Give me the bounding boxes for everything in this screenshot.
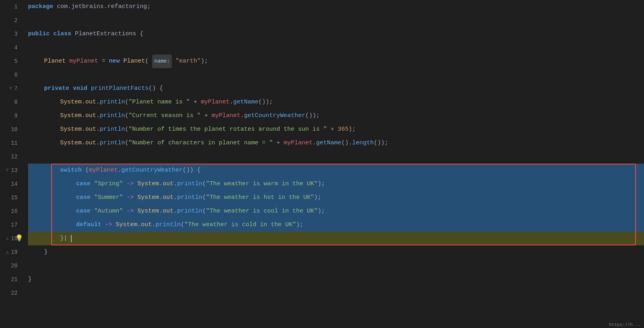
line-number-16: 16 <box>0 204 18 218</box>
line-number-9: 9 <box>0 109 18 123</box>
line-number-15: 15 <box>0 191 18 204</box>
code-line-3: public class PlanetExtractions { <box>28 27 644 41</box>
line-number-2: 2 <box>0 14 18 27</box>
line-number-6: 6 <box>0 68 18 82</box>
code-line-16: case "Autumn" -> System.out.println("The… <box>28 204 644 218</box>
code-line-4 <box>28 41 644 55</box>
code-line-18: 💡 }| <box>28 232 644 245</box>
line-number-7: ▽ 7 <box>0 82 18 95</box>
code-line-20 <box>28 259 644 273</box>
line-number-13: ▽ 13 <box>0 164 18 177</box>
fold-indicator-18[interactable]: △ <box>4 236 10 241</box>
line-number-17: 17 <box>0 218 18 232</box>
line-number-1: 1 <box>0 0 18 14</box>
code-line-1: package com.jetbrains.refactoring; <box>28 0 644 14</box>
code-line-21: } <box>28 273 644 286</box>
code-line-2 <box>28 14 644 27</box>
fold-indicator-7[interactable]: ▽ <box>8 86 14 91</box>
bulb-icon[interactable]: 💡 <box>15 232 23 245</box>
code-line-7: private void printPlanetFacts() { <box>28 82 644 95</box>
code-line-14: case "Spring" -> System.out.println("The… <box>28 177 644 191</box>
code-line-8: System.out.println("Planet name is " + m… <box>28 95 644 109</box>
line-number-3: 3 <box>0 27 18 41</box>
line-number-8: 8 <box>0 95 18 109</box>
code-line-22 <box>28 286 644 300</box>
code-line-6 <box>28 68 644 82</box>
code-line-17: default -> System.out.println("The weath… <box>28 218 644 232</box>
line-number-14: 14 <box>0 177 18 191</box>
line-number-19: △ 19 <box>0 245 18 259</box>
code-line-9: System.out.println("Current season is " … <box>28 109 644 123</box>
status-bar: https://h... <box>606 322 644 328</box>
code-line-15: case "Summer" -> System.out.println("The… <box>28 191 644 204</box>
code-line-11: System.out.println("Number of characters… <box>28 136 644 150</box>
line-number-20: 20 <box>0 259 18 273</box>
line-number-5: 5 <box>0 55 18 68</box>
line-number-4: 4 <box>0 41 18 55</box>
code-line-5: Planet myPlanet = new Planet( name: "ear… <box>28 55 644 68</box>
line-number-10: 10 <box>0 123 18 136</box>
line-number-21: 21 <box>0 273 18 286</box>
code-content[interactable]: package com.jetbrains.refactoring; publi… <box>24 0 644 328</box>
code-line-10: System.out.println("Number of times the … <box>28 123 644 136</box>
line-numbers-gutter: 1 2 3 4 5 6 ▽ 7 8 9 10 11 12 ▽ 13 14 15 … <box>0 0 24 328</box>
text-cursor <box>71 235 72 242</box>
code-line-19: } <box>28 245 644 259</box>
line-number-22: 22 <box>0 286 18 300</box>
fold-indicator-13[interactable]: ▽ <box>4 168 10 173</box>
code-line-13: switch (myPlanet.getCountryWeather()) { <box>28 164 644 177</box>
line-number-11: 11 <box>0 136 18 150</box>
code-line-12 <box>28 150 644 164</box>
line-number-12: 12 <box>0 150 18 164</box>
fold-indicator-19[interactable]: △ <box>4 249 10 255</box>
code-editor: 1 2 3 4 5 6 ▽ 7 8 9 10 11 12 ▽ 13 14 15 … <box>0 0 644 328</box>
status-url: https://h... <box>609 322 641 327</box>
